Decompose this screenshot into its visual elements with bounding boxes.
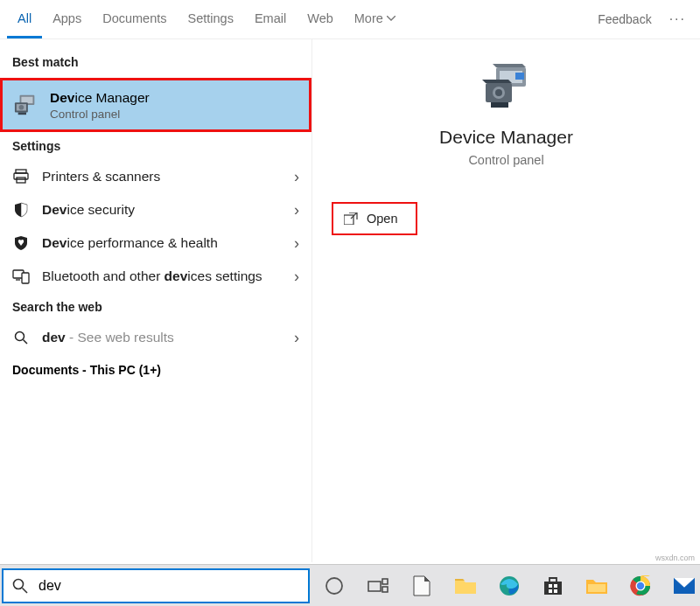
svg-marker-19	[482, 80, 512, 83]
chevron-right-icon: ›	[294, 268, 299, 286]
svg-point-40	[637, 582, 644, 589]
device-manager-icon	[13, 93, 39, 117]
results-list: Best match Device Manager Control panel …	[0, 39, 312, 562]
svg-point-24	[14, 579, 24, 589]
open-icon	[344, 212, 358, 225]
svg-rect-29	[382, 587, 388, 592]
best-match-title: Device Manager	[50, 90, 150, 106]
chevron-right-icon: ›	[294, 168, 299, 186]
libreoffice-icon[interactable]	[410, 574, 434, 598]
tab-web[interactable]: Web	[297, 0, 344, 38]
edge-icon[interactable]	[497, 574, 522, 598]
file-explorer-icon[interactable]	[453, 574, 478, 598]
printer-icon	[12, 169, 30, 185]
tab-more[interactable]: More	[344, 0, 406, 38]
svg-rect-8	[17, 178, 25, 183]
svg-point-12	[16, 332, 24, 341]
svg-rect-28	[382, 579, 388, 584]
folder-icon[interactable]	[584, 574, 609, 598]
chevron-down-icon	[387, 16, 396, 21]
best-match-result[interactable]: Device Manager Control panel	[0, 78, 312, 132]
svg-line-13	[24, 340, 28, 345]
settings-heading: Settings	[0, 132, 312, 160]
more-options-icon[interactable]: ···	[662, 11, 693, 27]
documents-heading: Documents - This PC (1+)	[0, 354, 312, 386]
svg-rect-33	[554, 584, 557, 588]
taskbar-search-box[interactable]	[2, 568, 310, 603]
svg-rect-32	[549, 584, 552, 588]
web-heading: Search the web	[0, 293, 312, 321]
detail-subtitle: Control panel	[312, 153, 700, 167]
heart-shield-icon	[12, 235, 30, 251]
detail-pane: Device Manager Control panel Open	[312, 39, 700, 562]
svg-rect-22	[491, 102, 508, 108]
web-result-item[interactable]: dev - See web results ›	[0, 321, 312, 354]
settings-item-printers[interactable]: Printers & scanners ›	[0, 160, 312, 193]
cortana-icon[interactable]	[322, 574, 346, 598]
settings-item-device-security[interactable]: Device security ›	[0, 193, 312, 226]
svg-marker-15	[493, 64, 526, 67]
shield-icon	[12, 202, 30, 218]
svg-line-25	[23, 588, 28, 593]
svg-rect-36	[588, 584, 606, 592]
svg-point-21	[495, 89, 502, 96]
chevron-right-icon: ›	[294, 234, 299, 253]
search-input[interactable]	[38, 578, 299, 594]
svg-rect-23	[344, 215, 354, 225]
search-icon	[12, 331, 30, 345]
tab-settings[interactable]: Settings	[178, 0, 244, 38]
tab-all[interactable]: All	[7, 0, 42, 38]
svg-rect-35	[554, 589, 557, 593]
settings-item-device-performance[interactable]: Device performance & health ›	[0, 226, 312, 260]
mail-icon[interactable]	[672, 574, 696, 598]
taskbar	[0, 564, 700, 606]
tab-apps[interactable]: Apps	[42, 0, 92, 38]
svg-rect-31	[544, 582, 562, 595]
detail-title: Device Manager	[312, 127, 700, 148]
settings-item-bluetooth[interactable]: Bluetooth and other devices settings ›	[0, 260, 312, 293]
devices-icon	[12, 268, 30, 284]
svg-rect-27	[368, 582, 381, 591]
svg-rect-10	[22, 273, 29, 283]
svg-point-26	[326, 578, 342, 594]
chrome-icon[interactable]	[628, 574, 653, 598]
svg-rect-34	[549, 589, 552, 593]
svg-rect-17	[515, 73, 524, 80]
open-button[interactable]: Open	[332, 202, 417, 235]
svg-rect-5	[18, 112, 26, 115]
tab-documents[interactable]: Documents	[92, 0, 177, 38]
svg-rect-1	[21, 97, 32, 103]
best-match-subtitle: Control panel	[50, 108, 150, 121]
tab-email[interactable]: Email	[244, 0, 297, 38]
feedback-link[interactable]: Feedback	[598, 12, 651, 26]
svg-point-4	[19, 105, 24, 110]
search-icon	[12, 578, 28, 594]
watermark-text: wsxdn.com	[655, 554, 695, 562]
chevron-right-icon: ›	[294, 329, 299, 347]
store-icon[interactable]	[541, 574, 565, 598]
best-match-heading: Best match	[0, 48, 312, 76]
search-filter-tabs: All Apps Documents Settings Email Web Mo…	[0, 0, 700, 39]
device-manager-large-icon	[480, 64, 533, 113]
task-view-icon[interactable]	[366, 574, 390, 598]
chevron-right-icon: ›	[294, 201, 299, 219]
